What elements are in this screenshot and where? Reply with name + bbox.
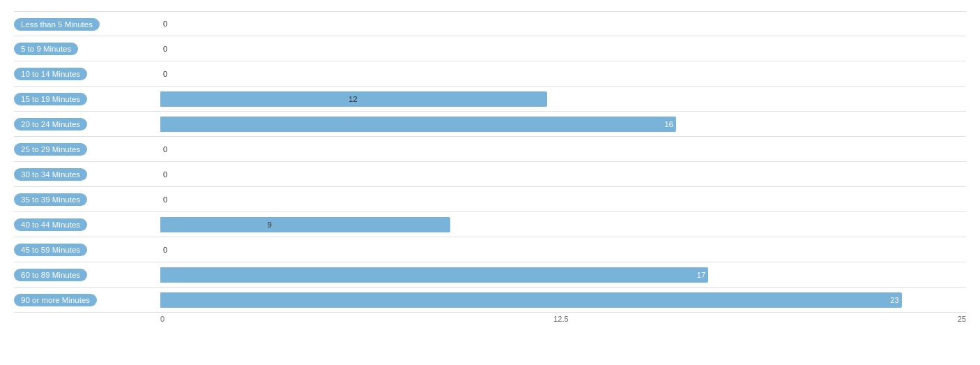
bar-track: 0 <box>160 162 966 186</box>
bar-label-container: 5 to 9 Minutes <box>14 42 160 55</box>
bar-label-pill: 45 to 59 Minutes <box>14 244 87 256</box>
bar-zero-value: 0 <box>163 145 167 154</box>
bar-track: 0 <box>160 61 966 86</box>
bar-track: 16 <box>160 112 966 136</box>
bar-row: 20 to 24 Minutes16 <box>14 112 966 137</box>
bar-label-container: 15 to 19 Minutes <box>14 92 160 105</box>
bar-fill: 23 <box>160 292 902 308</box>
bar-label-container: 30 to 34 Minutes <box>14 167 160 181</box>
bar-label-container: 45 to 59 Minutes <box>14 243 160 256</box>
bar-track: 17 <box>160 262 966 287</box>
bar-value-inside: 16 <box>665 120 673 128</box>
bar-track: 9 <box>160 212 966 237</box>
bar-value-outside: 9 <box>268 221 272 229</box>
bar-zero-value: 0 <box>163 170 167 179</box>
bar-row: Less than 5 Minutes0 <box>14 11 966 36</box>
bar-label-pill: 5 to 9 Minutes <box>14 43 78 55</box>
bar-zero-value: 0 <box>163 45 167 53</box>
bar-fill: 12 <box>160 91 547 107</box>
bar-fill: 9 <box>160 217 450 232</box>
bar-label-pill: 20 to 24 Minutes <box>14 118 87 131</box>
x-axis-labels: 012.525 <box>160 313 966 323</box>
bar-zero-value: 0 <box>163 20 167 28</box>
bar-row: 40 to 44 Minutes9 <box>14 212 966 237</box>
bar-label-pill: 35 to 39 Minutes <box>14 193 87 206</box>
bar-row: 35 to 39 Minutes0 <box>14 187 966 212</box>
bar-track: 0 <box>160 137 966 161</box>
bar-label-container: Less than 5 Minutes <box>14 17 160 31</box>
bar-row: 15 to 19 Minutes12 <box>14 87 966 112</box>
bar-label-pill: 90 or more Minutes <box>14 294 97 306</box>
chart-container: Less than 5 Minutes05 to 9 Minutes010 to… <box>0 0 980 365</box>
bar-track: 23 <box>160 288 966 312</box>
bar-row: 10 to 14 Minutes0 <box>14 61 966 87</box>
bar-row: 45 to 59 Minutes0 <box>14 237 966 262</box>
bar-fill: 16 <box>160 117 676 132</box>
bar-label-container: 35 to 39 Minutes <box>14 193 160 206</box>
bar-label-container: 25 to 29 Minutes <box>14 142 160 156</box>
bar-row: 90 or more Minutes23 <box>14 288 966 313</box>
bar-label-container: 40 to 44 Minutes <box>14 218 160 231</box>
bar-track: 0 <box>160 237 966 262</box>
bar-label-pill: 10 to 14 Minutes <box>14 68 87 80</box>
bar-row: 30 to 34 Minutes0 <box>14 162 966 187</box>
bar-label-pill: 40 to 44 Minutes <box>14 218 87 231</box>
x-axis-label: 0 <box>160 315 164 323</box>
bar-zero-value: 0 <box>163 246 167 254</box>
bar-row: 60 to 89 Minutes17 <box>14 262 966 288</box>
bar-label-container: 90 or more Minutes <box>14 293 160 306</box>
bar-track: 0 <box>160 12 966 36</box>
bar-label-pill: 15 to 19 Minutes <box>14 93 87 105</box>
bar-track: 12 <box>160 87 966 111</box>
bar-zero-value: 0 <box>163 195 167 204</box>
bar-label-container: 10 to 14 Minutes <box>14 67 160 80</box>
bar-row: 25 to 29 Minutes0 <box>14 137 966 162</box>
bar-label-pill: 30 to 34 Minutes <box>14 168 87 181</box>
bar-value-outside: 12 <box>349 95 357 103</box>
bar-fill: 17 <box>160 267 708 283</box>
x-axis-label: 12.5 <box>553 315 568 323</box>
bar-value-inside: 17 <box>697 271 705 279</box>
bar-track: 0 <box>160 36 966 61</box>
bar-zero-value: 0 <box>163 70 167 78</box>
bar-label-container: 20 to 24 Minutes <box>14 117 160 131</box>
bar-track: 0 <box>160 187 966 211</box>
bar-label-pill: 25 to 29 Minutes <box>14 143 87 156</box>
bar-label-container: 60 to 89 Minutes <box>14 268 160 281</box>
bar-label-pill: 60 to 89 Minutes <box>14 269 87 281</box>
bars-area: Less than 5 Minutes05 to 9 Minutes010 to… <box>14 11 966 313</box>
bar-row: 5 to 9 Minutes0 <box>14 36 966 61</box>
x-axis-label: 25 <box>958 315 966 323</box>
bar-label-pill: Less than 5 Minutes <box>14 18 100 31</box>
bar-value-inside: 23 <box>890 296 898 304</box>
